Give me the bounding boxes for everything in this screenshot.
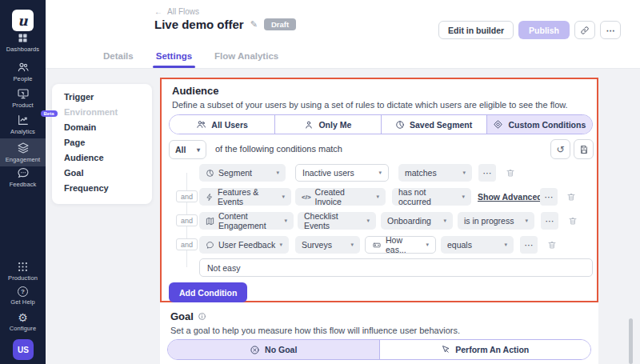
beta-badge: Beta	[41, 110, 58, 117]
copy-link-button[interactable]	[574, 21, 595, 39]
trash-icon	[566, 192, 576, 202]
show-advanced-link[interactable]: Show Advanced	[478, 192, 542, 202]
sidebar-item-configure[interactable]: ⚙ Configure	[0, 312, 46, 332]
condition3-delete-button[interactable]	[564, 212, 582, 230]
condition4-question-dropdown[interactable]: How eas... ▾	[365, 236, 436, 254]
save-segment-button[interactable]	[574, 139, 594, 159]
condition2-delete-button[interactable]	[562, 188, 580, 206]
sidebar-item-label: Product	[12, 102, 34, 109]
only-me-icon	[304, 120, 314, 130]
scrollbar-thumb[interactable]	[629, 318, 633, 364]
pill-label: is in progress	[464, 216, 514, 226]
condition1-delete-button[interactable]	[502, 164, 519, 182]
feedback-chat-icon	[17, 166, 30, 179]
settings-nav-page[interactable]: Page	[64, 138, 152, 153]
goal-perform-action-option[interactable]: Perform An Action	[379, 340, 591, 359]
condition4-survey-dropdown[interactable]: Surveys ▾	[295, 236, 360, 254]
pill-label: Segment	[218, 168, 252, 178]
pill-label: has not occurred	[398, 187, 458, 206]
chevron-down-icon: ▾	[350, 242, 354, 248]
settings-nav-audience[interactable]: Audience	[64, 153, 152, 168]
settings-nav-frequency[interactable]: Frequency	[64, 183, 152, 198]
tab-settings[interactable]: Settings	[156, 51, 192, 68]
condition4-more-button[interactable]: ⋯	[520, 236, 538, 254]
trash-icon	[506, 168, 515, 178]
condition3-type-dropdown[interactable]: Content Engagement ▾	[199, 212, 294, 230]
sidebar-item-feedback[interactable]: Feedback	[0, 166, 46, 188]
audience-all-users-option[interactable]: All Users	[170, 115, 274, 134]
edit-in-builder-button[interactable]: Edit in builder	[438, 21, 514, 39]
condition3-event-dropdown[interactable]: Checklist Events ▾	[298, 212, 376, 230]
settings-nav-domain[interactable]: Domain	[64, 122, 152, 138]
sidebar-item-label: Configure	[10, 325, 36, 332]
condition1-operator-dropdown[interactable]: matches ▾	[398, 164, 472, 182]
ellipsis-icon: ⋯	[606, 26, 615, 35]
edit-title-icon[interactable]: ✎	[250, 19, 258, 30]
condition2-more-button[interactable]: ⋯	[540, 188, 558, 206]
audience-custom-conditions-option[interactable]: Custom Conditions	[486, 115, 592, 134]
settings-nav-trigger[interactable]: Trigger	[64, 92, 152, 107]
condition2-event-dropdown[interactable]: </> Created Invoice ▾	[295, 188, 386, 206]
condition3-operator-dropdown[interactable]: is in progress ▾	[458, 212, 534, 230]
audience-title: Audience	[172, 85, 219, 97]
sidebar: u Dashboards People Product Beta Analyti…	[0, 0, 46, 364]
audience-saved-segment-option[interactable]: Saved Segment	[381, 115, 486, 134]
settings-nav-goal[interactable]: Goal	[64, 168, 152, 183]
sidebar-item-get-help[interactable]: ? Get Help	[0, 286, 46, 306]
trash-icon	[547, 240, 557, 250]
back-label: All Flows	[167, 7, 199, 16]
product-screen-icon	[17, 87, 30, 100]
tab-details[interactable]: Details	[103, 51, 134, 68]
ellipsis-icon: ⋯	[483, 168, 492, 178]
condition3-more-button[interactable]: ⋯	[541, 212, 558, 230]
condition1-more-button[interactable]: ⋯	[478, 164, 496, 182]
sidebar-item-analytics[interactable]: Beta Analytics	[0, 114, 46, 135]
condition4-operator-dropdown[interactable]: equals ▾	[441, 236, 514, 254]
publish-button[interactable]: Publish	[518, 21, 570, 39]
reset-conditions-button[interactable]: ↺	[550, 139, 570, 159]
engagement-layers-icon	[17, 142, 30, 154]
sidebar-item-product[interactable]: Product	[0, 87, 46, 109]
sidebar-item-label: Get Help	[10, 298, 34, 306]
chevron-down-icon: ▾	[378, 170, 382, 176]
chevron-down-icon: ▾	[426, 242, 429, 248]
audience-only-me-option[interactable]: Only Me	[274, 115, 380, 134]
audience-section: Audience Define a subset of your users b…	[160, 78, 598, 302]
user-feedback-bubble-icon	[206, 241, 214, 250]
goal-title-row: Goal	[170, 310, 206, 322]
audience-type-switch: All Users Only Me Saved Segment Custom C…	[169, 114, 593, 134]
sidebar-item-engagement[interactable]: Engagement	[0, 138, 46, 166]
condition4-delete-button[interactable]	[543, 236, 561, 254]
top-bar: ← All Flows Live demo offer ✎ Draft Edit…	[46, 0, 640, 69]
ellipsis-icon: ⋯	[525, 240, 534, 250]
user-avatar[interactable]: US	[13, 339, 34, 360]
sidebar-item-production[interactable]: Production	[0, 261, 46, 282]
condition4-value-input[interactable]	[199, 258, 593, 277]
add-condition-button[interactable]: Add Condition	[169, 282, 247, 302]
back-to-all-flows[interactable]: ← All Flows	[154, 7, 199, 16]
settings-nav-environment: Environment	[64, 107, 152, 122]
condition1-segment-dropdown[interactable]: Inactive users ▾	[295, 164, 389, 182]
chevron-down-icon: ▾	[376, 194, 379, 200]
goal-title: Goal	[170, 310, 194, 322]
link-icon	[580, 26, 590, 35]
condition2-operator-dropdown[interactable]: has not occurred ▾	[392, 188, 471, 206]
condition4-type-dropdown[interactable]: User Feedback ▾	[199, 236, 289, 254]
chevron-down-icon: ▾	[279, 242, 282, 248]
goal-no-goal-option[interactable]: No Goal	[168, 340, 379, 359]
ellipsis-icon: ⋯	[545, 192, 554, 202]
tab-flow-analytics[interactable]: Flow Analytics	[214, 51, 278, 68]
match-type-select[interactable]: All ▾	[169, 140, 206, 159]
save-icon	[579, 145, 589, 154]
condition2-type-dropdown[interactable]: Features & Events ▾	[199, 188, 291, 206]
sidebar-item-people[interactable]: People	[0, 61, 46, 82]
chevron-down-icon: ▾	[276, 170, 279, 176]
sidebar-item-label: Feedback	[10, 181, 37, 188]
more-options-button[interactable]: ⋯	[600, 21, 621, 39]
no-goal-icon	[250, 345, 260, 355]
sidebar-item-dashboards[interactable]: Dashboards	[0, 32, 46, 53]
all-users-icon	[196, 119, 206, 130]
condition3-item-dropdown[interactable]: Onboarding ▾	[381, 212, 453, 230]
app-logo[interactable]: u	[12, 10, 34, 31]
condition1-type-dropdown[interactable]: Segment ▾	[199, 164, 286, 182]
